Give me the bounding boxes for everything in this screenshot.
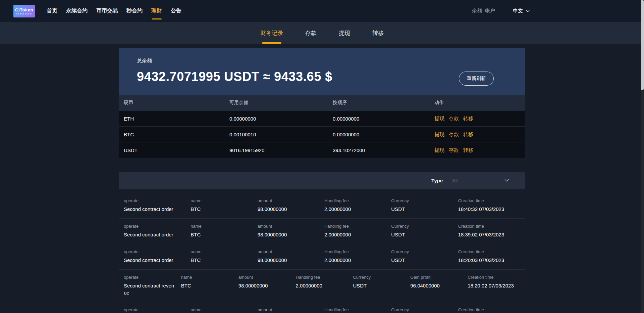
txn-cell-value: 2.00000000 — [324, 206, 391, 213]
txn-cell-label: Creation time — [458, 198, 525, 203]
txn-cell-label: amount — [258, 224, 324, 229]
tab-3[interactable]: 转移 — [372, 22, 384, 44]
scrollbar-thumb[interactable] — [641, 0, 644, 90]
txn-cell-label: name — [181, 275, 238, 280]
txn-cell: Handling fee2.00000000 — [324, 224, 391, 238]
txn-cell: Handling fee2.00000000 — [324, 249, 391, 264]
txn-cell: amount98.00000000 — [238, 275, 296, 296]
nav-item-4[interactable]: 理财 — [147, 0, 166, 22]
txn-cell-label: Currency — [391, 224, 458, 229]
txn-cell-value: 98.00000000 — [258, 206, 324, 213]
txn-cell-value: USDT — [391, 257, 458, 264]
nav-item-2[interactable]: 币币交易 — [92, 0, 122, 22]
txn-cell-label: amount — [238, 275, 296, 280]
txn-cell: Handling fee — [324, 307, 391, 313]
txn-cell-label: Creation time — [458, 224, 525, 229]
txn-cell-label: amount — [258, 307, 324, 312]
txn-cell: Handling fee2.00000000 — [296, 275, 353, 296]
language-switcher[interactable]: 中文 — [513, 8, 530, 14]
active-nav-underline — [152, 18, 162, 19]
txn-cell: operateSecond contract revenue — [124, 275, 181, 296]
coin-table-row: USDT9016.19915920394.10272000提现存款转移 — [119, 142, 525, 158]
txn-cell-label: Handling fee — [324, 198, 391, 203]
inorder-col-header: 按顺序 — [333, 100, 434, 106]
page: CiToken 首页永续合约币币交易秒合约理财公告 余额 帐户 中文 财务记录存… — [0, 0, 644, 313]
coin-action-2[interactable]: 转移 — [463, 147, 473, 153]
tab-2[interactable]: 提现 — [339, 22, 350, 44]
coin-action-0[interactable]: 提现 — [434, 147, 444, 153]
txn-cell-value: USDT — [391, 231, 458, 238]
txn-cell: operateSecond contract order — [124, 224, 191, 238]
txn-cell: nameBTC — [191, 198, 257, 213]
refresh-button[interactable]: 重新刷新 — [459, 72, 494, 86]
coin-in-order: 394.10272000 — [333, 147, 434, 153]
txn-cell-label: Handling fee — [324, 307, 391, 312]
txn-cell-label: Creation time — [458, 249, 525, 254]
txn-cell: Creation time — [458, 307, 525, 313]
txn-cell-value: Second contract order — [124, 206, 191, 213]
balance-panel: 总余额 9432.7071995 USDT ≈ 9433.65 $ 重新刷新 — [119, 48, 525, 95]
txn-cell-value: 96.04000000 — [410, 282, 468, 289]
type-filter-label: Type — [431, 178, 443, 183]
txn-cell-value: BTC — [181, 282, 238, 289]
main-nav: 首页永续合约币币交易秒合约理财公告 — [42, 0, 186, 22]
coin-action-2[interactable]: 转移 — [463, 131, 473, 138]
top-header: CiToken 首页永续合约币币交易秒合约理财公告 余额 帐户 中文 — [0, 0, 644, 22]
nav-item-label: 首页 — [47, 7, 57, 14]
txn-cell-value: 18:39:02 07/03/2023 — [458, 231, 525, 238]
transaction-row: operateSecond contract ordernameBTCamoun… — [119, 219, 525, 244]
coin-action-0[interactable]: 提现 — [434, 131, 444, 138]
nav-item-3[interactable]: 秒合约 — [122, 0, 147, 22]
txn-cell-label: Handling fee — [324, 249, 391, 254]
tab-label: 转移 — [372, 29, 384, 37]
coin-action-0[interactable]: 提现 — [434, 116, 444, 122]
txn-cell: operateSecond contract order — [124, 249, 191, 264]
coin-action-1[interactable]: 存款 — [449, 147, 459, 153]
chevron-down-icon — [504, 179, 509, 182]
available-col-header: 可用余额 — [229, 100, 333, 106]
nav-item-label: 公告 — [171, 7, 181, 14]
txn-cell: CurrencyUSDT — [391, 249, 458, 264]
txn-cell: nameBTC — [191, 249, 257, 264]
txn-cell-label: Currency — [391, 198, 458, 203]
nav-item-0[interactable]: 首页 — [42, 0, 62, 22]
coin-action-1[interactable]: 存款 — [449, 131, 459, 138]
type-filter-select[interactable]: All — [452, 178, 509, 183]
balance-link[interactable]: 余额 — [472, 8, 482, 14]
content-column: 总余额 9432.7071995 USDT ≈ 9433.65 $ 重新刷新 硬… — [119, 48, 525, 313]
active-tab-underline — [262, 42, 281, 44]
coin-action-2[interactable]: 转移 — [463, 116, 473, 122]
txn-cell: operate — [124, 307, 191, 313]
txn-cell-label: operate — [124, 275, 181, 280]
txn-cell: Gain profit96.04000000 — [410, 275, 468, 296]
txn-cell: amount98.00000000 — [258, 224, 324, 238]
txn-cell: CurrencyUSDT — [391, 198, 458, 213]
brand-logo[interactable]: CiToken — [13, 5, 35, 17]
txn-cell: CurrencyUSDT — [391, 224, 458, 238]
tab-0[interactable]: 财务记录 — [260, 22, 283, 44]
tab-1[interactable]: 存款 — [305, 22, 317, 44]
tab-label: 存款 — [305, 29, 317, 37]
txn-cell-value: 18:20:03 07/03/2023 — [458, 257, 525, 264]
txn-cell-label: Currency — [391, 249, 458, 254]
txn-cell: Creation time18:40:32 07/03/2023 — [458, 198, 525, 213]
coin-in-order: 0.00000000 — [333, 132, 434, 137]
txn-cell-value: 18:20:02 07/03/2023 — [468, 282, 525, 289]
actions-col-header: 动作 — [434, 100, 525, 106]
nav-item-label: 永续合约 — [66, 7, 88, 14]
coin-name: BTC — [124, 132, 229, 137]
txn-cell-label: Creation time — [458, 307, 525, 312]
txn-cell: operateSecond contract order — [124, 198, 191, 213]
txn-cell-label: Gain profit — [410, 275, 468, 280]
nav-item-5[interactable]: 公告 — [166, 0, 186, 22]
balance-title: 总余额 — [137, 58, 525, 64]
coin-available: 0.00000000 — [229, 116, 333, 122]
type-filter-value: All — [452, 178, 458, 183]
account-link[interactable]: 帐户 — [485, 8, 495, 14]
chevron-down-icon — [526, 10, 530, 12]
txn-cell-value: 98.00000000 — [258, 257, 324, 264]
txn-cell-value: Second contract order — [124, 231, 191, 238]
coin-action-1[interactable]: 存款 — [449, 116, 459, 122]
nav-item-1[interactable]: 永续合约 — [62, 0, 92, 22]
vertical-scrollbar[interactable] — [641, 0, 644, 313]
